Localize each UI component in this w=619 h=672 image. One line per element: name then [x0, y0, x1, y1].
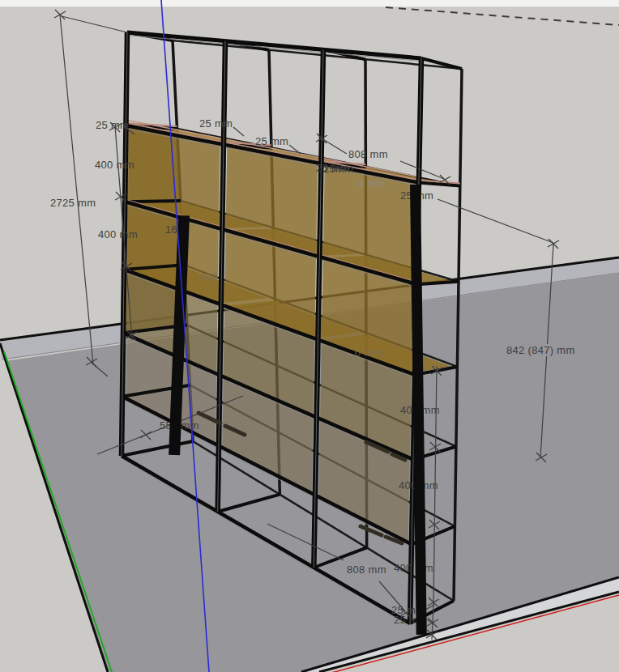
scene-canvas: [0, 0, 619, 672]
top-strip: [0, 0, 619, 7]
model-viewport[interactable]: 25 mm25 mm25 mm400 mm2725 mm400 mm164808…: [0, 0, 619, 672]
